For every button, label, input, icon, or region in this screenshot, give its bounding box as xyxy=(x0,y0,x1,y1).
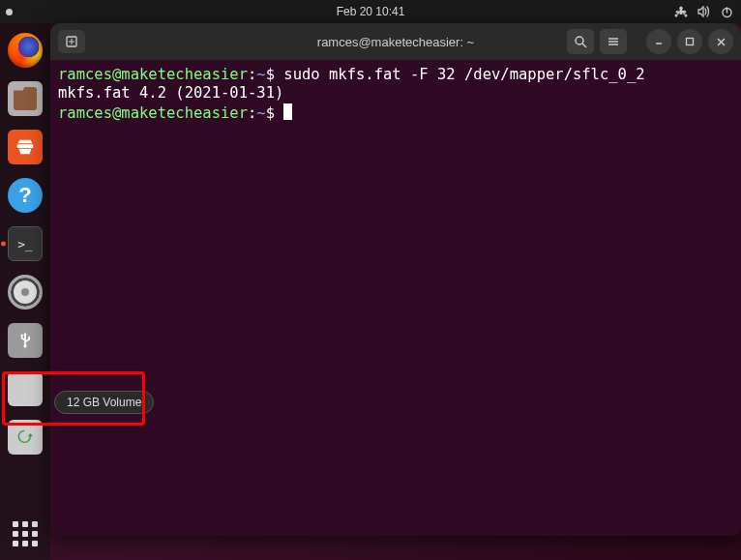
power-icon xyxy=(721,6,733,18)
volume-icon xyxy=(697,6,711,17)
svg-rect-6 xyxy=(687,39,694,45)
mounted-volume-icon[interactable] xyxy=(8,371,43,406)
cursor xyxy=(283,103,292,120)
minimize-button[interactable] xyxy=(646,29,671,54)
output-line-1: mkfs.fat 4.2 (2021-01-31) xyxy=(58,84,283,102)
terminal-window: ramces@maketecheasier: ~ ramces@maketech… xyxy=(50,23,741,536)
terminal-body[interactable]: ramces@maketecheasier:~$ sudo mkfs.fat -… xyxy=(50,60,741,536)
new-tab-button[interactable] xyxy=(58,30,85,53)
close-button[interactable] xyxy=(708,29,733,54)
prompt-user-host: ramces@maketecheasier xyxy=(58,66,248,83)
dock: ? xyxy=(0,23,50,560)
show-apps-button[interactable] xyxy=(13,521,38,546)
maximize-button[interactable] xyxy=(677,29,702,54)
firefox-icon[interactable] xyxy=(8,33,43,68)
software-center-icon[interactable] xyxy=(8,130,43,164)
files-icon[interactable] xyxy=(8,81,43,116)
menu-button[interactable] xyxy=(600,29,627,54)
volume-tooltip: 12 GB Volume xyxy=(54,391,154,414)
terminal-titlebar: ramces@maketecheasier: ~ xyxy=(50,23,741,60)
trash-icon[interactable] xyxy=(8,420,43,455)
disks-icon[interactable] xyxy=(8,275,43,309)
command-line-1: sudo mkfs.fat -F 32 /dev/mapper/sflc_0_2 xyxy=(283,66,644,83)
clock[interactable]: Feb 20 10:41 xyxy=(337,5,405,18)
search-button[interactable] xyxy=(567,29,594,54)
terminal-app-icon[interactable] xyxy=(8,226,43,261)
help-icon[interactable]: ? xyxy=(8,178,43,213)
svg-point-5 xyxy=(576,37,583,44)
prompt-path: ~ xyxy=(256,66,265,83)
top-bar: Feb 20 10:41 xyxy=(0,0,741,23)
prompt-path: ~ xyxy=(256,104,265,122)
network-icon xyxy=(674,6,688,17)
terminal-title: ramces@maketecheasier: ~ xyxy=(317,35,474,49)
usb-drive-icon[interactable] xyxy=(8,323,43,358)
prompt-user-host: ramces@maketecheasier xyxy=(58,104,248,122)
activities-dot[interactable] xyxy=(6,9,13,15)
system-tray[interactable] xyxy=(674,6,733,18)
